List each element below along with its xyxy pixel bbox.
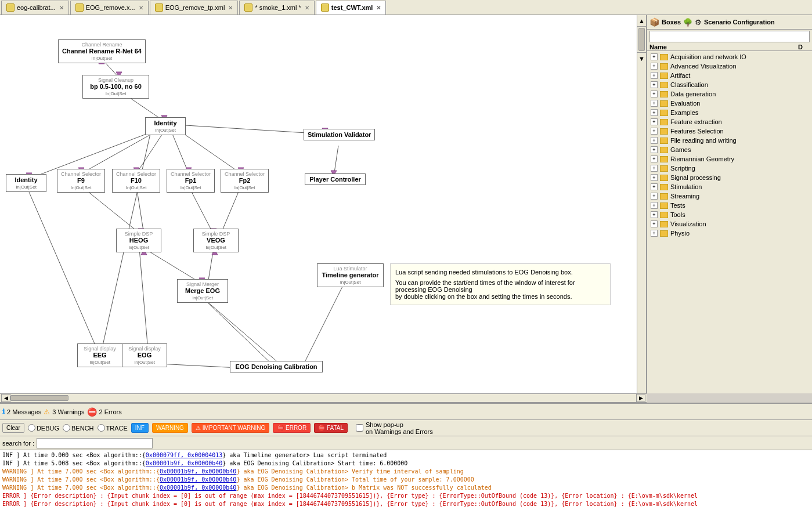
- log-link-5[interactable]: 0x00001b9f, 0x00000b40: [160, 484, 236, 491]
- node-io-eeg: In|Out|Set: [89, 360, 110, 365]
- canvas-scrollbar-v[interactable]: ▲ ▼: [637, 15, 646, 393]
- debug-radio[interactable]: [28, 424, 35, 432]
- tree-item-4[interactable]: + Data generation: [647, 89, 812, 99]
- tree-item-6[interactable]: + Examples: [647, 108, 812, 117]
- node-heog[interactable]: Simple DSP HEOG In|Out|Set: [116, 229, 161, 252]
- tree-expand-13[interactable]: +: [651, 174, 658, 181]
- tree-expand-18[interactable]: +: [651, 220, 658, 227]
- node-merge-eog[interactable]: Signal Merger Merge EOG In|Out|Set: [177, 279, 228, 303]
- tab-close-2[interactable]: ✕: [139, 5, 143, 11]
- tab-eog-remove[interactable]: EOG_remove.x... ✕: [70, 1, 149, 15]
- node-channel-fp1[interactable]: Channel Selector Fp1 In|Out|Set: [167, 169, 215, 193]
- inf-button[interactable]: INF: [131, 423, 149, 433]
- log-link-1[interactable]: 0x000079ff, 0x00004013: [146, 452, 222, 458]
- tree-item-0[interactable]: + Acquisition and network IO: [647, 52, 812, 61]
- tree-expand-5[interactable]: +: [651, 100, 658, 107]
- important-warning-button[interactable]: ⚠ IMPORTANT WARNING: [192, 423, 269, 433]
- hscroll-thumb[interactable]: [10, 395, 68, 401]
- tree-expand-11[interactable]: +: [651, 155, 658, 162]
- tree-expand-17[interactable]: +: [651, 211, 658, 218]
- log-link-3[interactable]: 0x00001b9f, 0x00000b40: [160, 468, 236, 475]
- node-channel-f9[interactable]: Channel Selector F9 In|Out|Set: [57, 169, 105, 193]
- trace-radio[interactable]: [98, 424, 105, 432]
- node-player-controller[interactable]: Player Controller: [305, 173, 366, 185]
- clear-button[interactable]: Clear: [2, 423, 24, 433]
- bench-radio[interactable]: [63, 424, 70, 432]
- log-link-2[interactable]: 0x00001b9f, 0x00000b40: [146, 460, 222, 466]
- tree-expand-3[interactable]: +: [651, 81, 658, 88]
- tab-cwt[interactable]: test_CWT.xml ✕: [316, 1, 387, 15]
- tab-icon-5: [321, 3, 329, 12]
- tree-item-5[interactable]: + Evaluation: [647, 99, 812, 108]
- tree-item-14[interactable]: + Stimulation: [647, 182, 812, 191]
- tree-expand-8[interactable]: +: [651, 128, 658, 135]
- tab-smoke[interactable]: * smoke_1.xml * ✕: [239, 1, 314, 15]
- node-eog-display[interactable]: Signal display EOG In|Out|Set: [122, 343, 167, 367]
- tab-close-3[interactable]: ✕: [228, 5, 233, 11]
- warning-button[interactable]: WARNING: [152, 423, 188, 433]
- tab-close-1[interactable]: ✕: [59, 5, 64, 11]
- scroll-up-btn[interactable]: ▲: [637, 15, 646, 27]
- tree-expand-14[interactable]: +: [651, 183, 658, 190]
- node-stim-validator[interactable]: Stimulation Validator: [304, 129, 375, 140]
- tree-item-13[interactable]: + Signal processing: [647, 173, 812, 182]
- scroll-left-btn[interactable]: ◀: [1, 394, 10, 402]
- canvas-area[interactable]: Channel Rename Channel Rename R-Net 64 I…: [0, 15, 647, 393]
- tree-item-label-9: File reading and writing: [670, 137, 737, 144]
- tree-expand-0[interactable]: +: [651, 53, 658, 60]
- node-channel-fp2[interactable]: Channel Selector Fp2 In|Out|Set: [221, 169, 269, 193]
- log-search-input[interactable]: [37, 438, 153, 448]
- tree-item-11[interactable]: + Riemannian Geometry: [647, 154, 812, 164]
- tree-item-17[interactable]: + Tools: [647, 210, 812, 219]
- tree-item-2[interactable]: + Artifact: [647, 71, 812, 80]
- node-timeline-gen[interactable]: Lua Stimulator Timeline generator In|Out…: [317, 263, 384, 287]
- tree-item-7[interactable]: + Feature extraction: [647, 117, 812, 126]
- col-name: Name: [649, 44, 798, 50]
- tree-item-8[interactable]: + Features Selection: [647, 126, 812, 136]
- error-button[interactable]: ⛔ ERROR: [273, 423, 311, 433]
- node-identity-left[interactable]: Identity In|Out|Set: [6, 174, 46, 192]
- tree-expand-7[interactable]: +: [651, 118, 658, 125]
- node-channel-rename[interactable]: Channel Rename Channel Rename R-Net 64 I…: [58, 39, 146, 63]
- node-signal-cleanup[interactable]: Signal Cleanup bp 0.5-100, no 60 In|Out|…: [82, 75, 149, 99]
- tree-expand-9[interactable]: +: [651, 137, 658, 144]
- log-content[interactable]: INF ] At time 0.000 sec <Box algorithm::…: [0, 450, 812, 521]
- scroll-right-btn[interactable]: ▶: [636, 394, 645, 402]
- canvas-hscroll[interactable]: ◀ ▶: [0, 393, 647, 403]
- tab-close-4[interactable]: ✕: [305, 5, 309, 11]
- tab-eog-remove-tp[interactable]: EOG_remove_tp.xml ✕: [150, 1, 239, 15]
- tree-expand-12[interactable]: +: [651, 165, 658, 172]
- right-search-input[interactable]: [649, 31, 810, 42]
- popup-checkbox[interactable]: [356, 424, 363, 432]
- tree-expand-4[interactable]: +: [651, 91, 658, 97]
- tree-item-1[interactable]: + Advanced Visualization: [647, 61, 812, 71]
- tree-expand-10[interactable]: +: [651, 146, 658, 153]
- tree-item-16[interactable]: + Tests: [647, 201, 812, 210]
- tree-expand-2[interactable]: +: [651, 72, 658, 79]
- fatal-button[interactable]: ⛔ FATAL: [314, 423, 348, 433]
- scroll-down-btn[interactable]: ▼: [637, 52, 646, 64]
- node-identity-center[interactable]: Identity In|Out|Set: [145, 117, 186, 135]
- tab-close-5[interactable]: ✕: [376, 5, 381, 11]
- node-eog-denoising[interactable]: EOG Denoising Calibration: [230, 361, 323, 372]
- node-channel-f10[interactable]: Channel Selector F10 In|Out|Set: [112, 169, 160, 193]
- tree-item-9[interactable]: + File reading and writing: [647, 136, 812, 145]
- tab-eog-calibrat[interactable]: eog-calibrat... ✕: [1, 1, 69, 15]
- tree-expand-19[interactable]: +: [651, 230, 658, 237]
- tree-expand-16[interactable]: +: [651, 202, 658, 209]
- tree-container[interactable]: + Acquisition and network IO + Advanced …: [647, 51, 812, 393]
- tree-item-10[interactable]: + Games: [647, 145, 812, 154]
- tree-item-15[interactable]: + Streaming: [647, 191, 812, 201]
- tree-item-19[interactable]: + Physio: [647, 229, 812, 238]
- node-veog[interactable]: Simple DSP VEOG In|Out|Set: [193, 229, 239, 252]
- node-eeg-display[interactable]: Signal display EEG In|Out|Set: [77, 343, 122, 367]
- tree-item-12[interactable]: + Scripting: [647, 164, 812, 173]
- tree-item-3[interactable]: + Classification: [647, 80, 812, 89]
- tree-expand-15[interactable]: +: [651, 193, 658, 200]
- node-name-eog: EOG: [138, 352, 151, 359]
- log-link-4[interactable]: 0x00001b9f, 0x00000b40: [160, 476, 236, 483]
- tree-expand-6[interactable]: +: [651, 109, 658, 116]
- scroll-thumb-v[interactable]: [638, 28, 645, 51]
- tree-item-18[interactable]: + Visualization: [647, 219, 812, 229]
- tree-expand-1[interactable]: +: [651, 63, 658, 70]
